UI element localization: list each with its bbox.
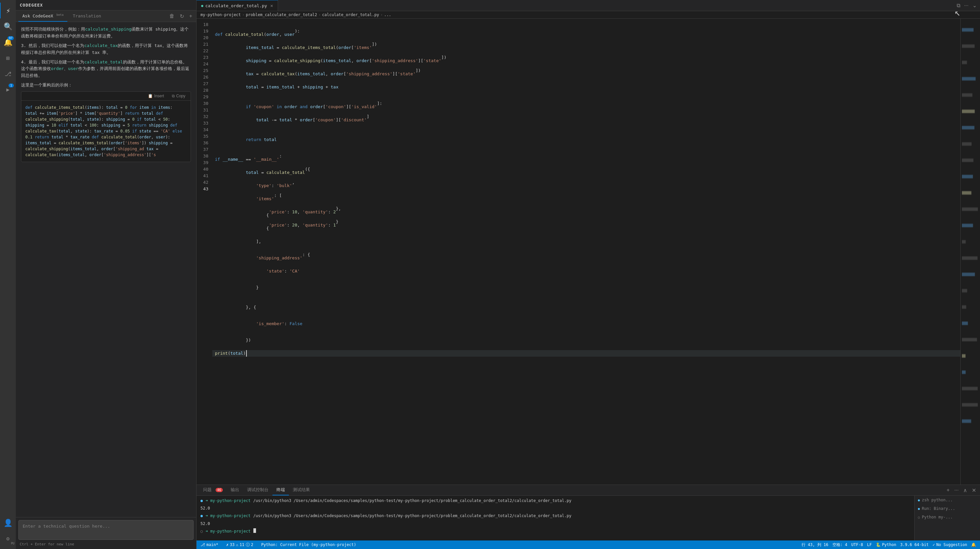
insert-icon: 📋 bbox=[148, 94, 153, 98]
line-endings-label: LF bbox=[867, 543, 872, 547]
code-line-31: total = calculate_total({ bbox=[212, 166, 960, 179]
terminal-content: ● ➜ my-python-project /usr/bin/python3 /… bbox=[197, 496, 914, 541]
terminal-cmd-1: /usr/bin/python3 /Users/admin/Codespaces… bbox=[253, 498, 910, 504]
suggestions-status[interactable]: ✓ No Suggestion bbox=[931, 541, 969, 548]
editor-tab-calculate[interactable]: ● calculate_order_total.py ✕ bbox=[197, 0, 278, 11]
line-num-24: 24 bbox=[197, 61, 212, 67]
split-editor-button[interactable]: ⧉ bbox=[956, 2, 961, 9]
insert-button[interactable]: 📋 Insert bbox=[145, 93, 167, 99]
python-env-status[interactable]: Python: Current File (my-python-project) bbox=[260, 541, 358, 548]
tab-ask-codegeex[interactable]: Ask CodeGeeX beta bbox=[18, 11, 67, 22]
code-line-39: } bbox=[212, 278, 960, 298]
app-title: CODEGEEX bbox=[20, 3, 43, 8]
tab-file-icon: ● bbox=[201, 4, 204, 8]
delete-chat-button[interactable]: 🗑 bbox=[168, 12, 176, 21]
account-icon: 👤 bbox=[4, 519, 13, 527]
terminal-line-3: ○ ➜ my-python-project bbox=[200, 528, 910, 535]
copy-icon: ⧉ bbox=[172, 94, 175, 98]
git-icon: ⎇ bbox=[5, 70, 11, 77]
panel-tab-problems[interactable]: 问题 46 bbox=[199, 485, 227, 495]
sidebar-item-codegeex[interactable]: ⚡ bbox=[0, 3, 16, 18]
notifications-status[interactable]: 🔔 bbox=[970, 541, 977, 548]
language-status[interactable]: 🐍 Python bbox=[875, 541, 897, 548]
breadcrumb-more[interactable]: ... bbox=[384, 13, 391, 17]
terminal-list-item-zsh[interactable]: ● zsh python... bbox=[915, 496, 980, 504]
refresh-button[interactable]: ↻ bbox=[178, 12, 185, 21]
suggestions-label: No Suggestion bbox=[936, 543, 967, 547]
code-line-42: }) bbox=[212, 330, 960, 350]
panel-tab-output[interactable]: 输出 bbox=[227, 485, 243, 495]
panel-close-button[interactable]: ✕ bbox=[970, 486, 977, 495]
terminal-output-2: 52.0 bbox=[200, 521, 910, 527]
panel-tab-test[interactable]: 测试结果 bbox=[289, 485, 314, 495]
git-branch-icon: ⎇ bbox=[200, 543, 205, 547]
cursor-position-label: 行 43, 列 16 bbox=[802, 542, 829, 548]
sidebar-item-notifications[interactable]: 🔔 97 bbox=[0, 34, 16, 50]
chat-input[interactable] bbox=[18, 520, 194, 540]
collapse-button[interactable]: ⌄ bbox=[972, 2, 977, 9]
breadcrumb-file[interactable]: calculate_order_total.py bbox=[322, 13, 379, 17]
cursor-position-status[interactable]: 行 43, 列 16 bbox=[800, 541, 830, 548]
line-num-19: 19 bbox=[197, 28, 212, 35]
line-num-43: 43 bbox=[197, 186, 212, 192]
panel-maximize-button[interactable]: ∧ bbox=[962, 486, 969, 495]
code-line-34: {'price': 10, 'quantity': 2}, bbox=[212, 205, 960, 219]
code-line-37: 'shipping_address': { bbox=[212, 251, 960, 265]
panel-tab-terminal[interactable]: 终端 bbox=[272, 485, 289, 495]
language-icon: 🐍 bbox=[876, 543, 881, 547]
sidebar-item-account[interactable]: 👤 bbox=[0, 515, 16, 531]
terminal-bullet-3: ○ bbox=[200, 528, 203, 535]
sidebar-item-extensions[interactable]: ⊞ bbox=[0, 50, 16, 66]
code-editor[interactable]: def calculate_total(order, user): items_… bbox=[212, 19, 960, 485]
indentation-status[interactable]: 空格: 4 bbox=[831, 541, 849, 548]
line-endings-status[interactable]: LF bbox=[865, 541, 873, 548]
line-num-33: 33 bbox=[197, 120, 212, 127]
line-num-22: 22 bbox=[197, 48, 212, 54]
sidebar-item-git[interactable]: ⎇ bbox=[0, 66, 16, 81]
sidebar-item-search[interactable]: 🔍 bbox=[0, 18, 16, 34]
breadcrumb-project[interactable]: my-python-project bbox=[200, 13, 241, 17]
info-icon: ⓘ bbox=[246, 542, 250, 548]
python-version-status[interactable]: 3.9.6 64-bit bbox=[899, 541, 930, 548]
terminal-bullet-2: ● bbox=[200, 513, 203, 519]
code-line-43: print(total) bbox=[212, 350, 960, 357]
code-line-40: }, { bbox=[212, 298, 960, 317]
copy-button[interactable]: ⧉ Copy bbox=[169, 93, 188, 99]
chat-text-1: 按照不同功能模块拆分，例如：用calculate_shipping函数来计算 s… bbox=[21, 26, 191, 40]
chat-text-2: 3. 然后，我们可以创建一个名为calculate_tax的函数，用于计算 ta… bbox=[21, 42, 191, 56]
tab-filename: calculate_order_total.py bbox=[205, 3, 267, 8]
terminal-list-item-python[interactable]: ○ Python my-... bbox=[915, 513, 980, 521]
tab-translation[interactable]: Translation bbox=[69, 11, 105, 22]
line-num-42: 42 bbox=[197, 179, 212, 186]
line-num-40: 40 bbox=[197, 166, 212, 173]
code-line-24 bbox=[212, 94, 960, 100]
breadcrumb-folder[interactable]: problem_calculate_order_total2 bbox=[246, 13, 317, 17]
sidebar-item-settings[interactable]: ⚙ PU bbox=[0, 531, 16, 546]
settings-icon: ⚙ bbox=[6, 536, 10, 542]
check-icon: ✓ bbox=[933, 543, 935, 547]
more-actions-button[interactable]: ··· bbox=[964, 2, 969, 9]
add-button[interactable]: + bbox=[188, 12, 194, 21]
input-hint: Ctrl + Enter for new line bbox=[18, 541, 194, 546]
line-num-27: 27 bbox=[197, 81, 212, 87]
activity-bar: ⚡ 🔍 🔔 97 ⊞ ⎇ ▶ 1 👤 ⚙ PU bbox=[0, 0, 16, 549]
line-num-20: 20 bbox=[197, 35, 212, 41]
warning-count: 11 bbox=[240, 543, 244, 547]
line-num-25: 25 bbox=[197, 67, 212, 74]
git-branch-label: main* bbox=[206, 543, 218, 547]
encoding-status[interactable]: UTF-8 bbox=[850, 541, 864, 548]
problems-status[interactable]: ✗ 33 ⚠ 11 ⓘ 2 bbox=[225, 541, 255, 548]
terminal-list-item-run[interactable]: ● Run: Binary... bbox=[915, 504, 980, 513]
tab-close-icon[interactable]: ✕ bbox=[270, 3, 273, 8]
git-branch-status[interactable]: ⎇ main* bbox=[199, 541, 220, 548]
code-line-33: 'items': [ bbox=[212, 192, 960, 205]
codegeex-icon: ⚡ bbox=[6, 6, 10, 15]
warning-icon: ⚠ bbox=[236, 543, 238, 547]
panel-actions: + ··· ∧ ✕ bbox=[945, 486, 977, 495]
panel-more-button[interactable]: ··· bbox=[953, 486, 960, 495]
code-line-23: total = items_total + shipping + tax bbox=[212, 81, 960, 94]
sidebar-item-debug[interactable]: ▶ 1 bbox=[0, 81, 16, 97]
new-terminal-button[interactable]: + bbox=[945, 486, 951, 495]
panel-tab-debug[interactable]: 调试控制台 bbox=[243, 485, 272, 495]
code-line-26: total -= total * order['coupon']['discou… bbox=[212, 113, 960, 127]
